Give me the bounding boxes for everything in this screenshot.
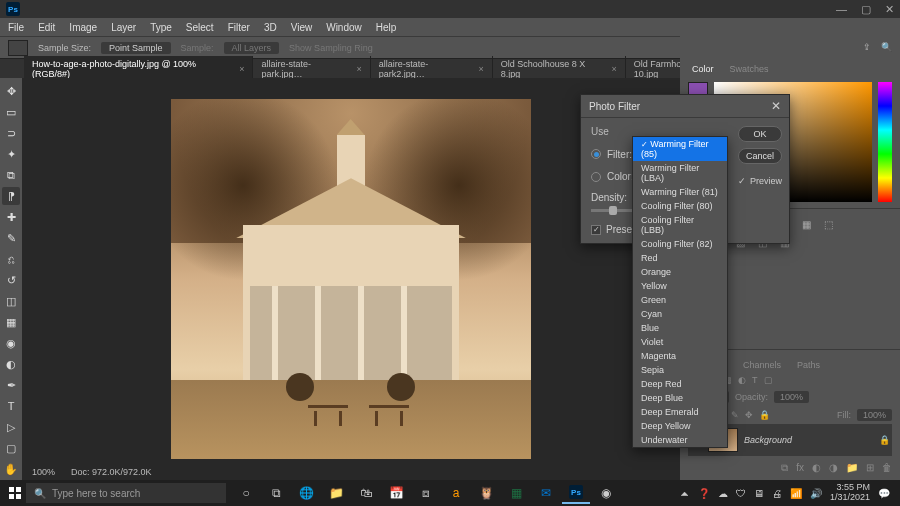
menu-3d[interactable]: 3D (264, 22, 277, 33)
sample-size-dropdown[interactable]: Point Sample (101, 42, 171, 54)
menu-filter[interactable]: Filter (228, 22, 250, 33)
tray-icon[interactable]: ☁ (718, 488, 728, 499)
color-tab[interactable]: Color (688, 62, 718, 76)
tool-preset-icon[interactable] (8, 40, 28, 56)
history-brush-icon[interactable]: ↺ (2, 271, 20, 289)
blur-tool-icon[interactable]: ◉ (2, 334, 20, 352)
tray-volume-icon[interactable]: 🔊 (810, 488, 822, 499)
dropbox-icon[interactable]: ⧈ (412, 482, 440, 504)
notifications-icon[interactable]: 💬 (878, 488, 890, 499)
taskbar-clock[interactable]: 3:55 PM 1/31/2021 (830, 483, 870, 503)
wand-tool-icon[interactable]: ✦ (2, 145, 20, 163)
filter-radio[interactable] (591, 149, 601, 159)
tray-wifi-icon[interactable]: 📶 (790, 488, 802, 499)
lasso-tool-icon[interactable]: ⊃ (2, 124, 20, 142)
photoshop-taskbar-icon[interactable]: Ps (562, 482, 590, 504)
move-tool-icon[interactable]: ✥ (2, 82, 20, 100)
filter-option[interactable]: Cooling Filter (82) (633, 237, 727, 251)
cortana-icon[interactable]: ○ (232, 482, 260, 504)
zoom-level[interactable]: 100% (32, 467, 55, 477)
eyedropper-tool-icon[interactable]: ⁋ (2, 187, 20, 205)
hand-tool-icon[interactable]: ✋ (2, 460, 20, 478)
tab-close-icon[interactable]: × (239, 64, 244, 74)
tray-icon[interactable]: 🛡 (736, 488, 746, 499)
menu-window[interactable]: Window (326, 22, 362, 33)
fill-value[interactable]: 100% (857, 409, 892, 421)
menu-view[interactable]: View (291, 22, 313, 33)
menu-image[interactable]: Image (69, 22, 97, 33)
link-icon[interactable]: ⧉ (781, 462, 788, 474)
start-button[interactable] (4, 482, 26, 504)
gradient-tool-icon[interactable]: ▦ (2, 313, 20, 331)
taskview-icon[interactable]: ⧉ (262, 482, 290, 504)
cancel-button[interactable]: Cancel (738, 148, 782, 164)
tray-icon[interactable]: ⏶ (680, 488, 690, 499)
taskbar-search[interactable]: 🔍 Type here to search (26, 483, 226, 503)
ok-button[interactable]: OK (738, 126, 782, 142)
explorer-icon[interactable]: 📁 (322, 482, 350, 504)
minimize-button[interactable]: — (836, 3, 847, 16)
tray-icon[interactable]: 🖨 (772, 488, 782, 499)
filter-option[interactable]: Deep Blue (633, 391, 727, 405)
eraser-tool-icon[interactable]: ◫ (2, 292, 20, 310)
crop-tool-icon[interactable]: ⧉ (2, 166, 20, 184)
paths-tab[interactable]: Paths (793, 358, 824, 372)
filter-option[interactable]: Magenta (633, 349, 727, 363)
heal-tool-icon[interactable]: ✚ (2, 208, 20, 226)
color-radio[interactable] (591, 172, 601, 182)
filter-icon[interactable]: ◐ (738, 375, 746, 385)
menu-edit[interactable]: Edit (38, 22, 55, 33)
mask-icon[interactable]: ◐ (812, 462, 821, 474)
filter-option[interactable]: Yellow (633, 279, 727, 293)
filter-option[interactable]: Underwater (633, 433, 727, 447)
lock-icon[interactable]: ✥ (745, 410, 753, 420)
filter-option[interactable]: Cooling Filter (80) (633, 199, 727, 213)
search-icon[interactable]: 🔍 (881, 42, 892, 52)
swatches-tab[interactable]: Swatches (726, 62, 773, 76)
filter-option[interactable]: Cyan (633, 307, 727, 321)
opacity-value[interactable]: 100% (774, 391, 809, 403)
adjust-icon[interactable]: ▦ (798, 217, 814, 231)
filter-option[interactable]: Orange (633, 265, 727, 279)
pen-tool-icon[interactable]: ✒ (2, 376, 20, 394)
excel-icon[interactable]: ▦ (502, 482, 530, 504)
mail-icon[interactable]: ✉ (532, 482, 560, 504)
filter-option[interactable]: Warming Filter (85) (633, 137, 727, 161)
menu-select[interactable]: Select (186, 22, 214, 33)
group-icon[interactable]: 📁 (846, 462, 858, 474)
menu-type[interactable]: Type (150, 22, 172, 33)
path-tool-icon[interactable]: ▷ (2, 418, 20, 436)
menu-file[interactable]: File (8, 22, 24, 33)
filter-option[interactable]: Blue (633, 321, 727, 335)
chrome-icon[interactable]: ◉ (592, 482, 620, 504)
filter-option[interactable]: Red (633, 251, 727, 265)
filter-option[interactable]: Warming Filter (LBA) (633, 161, 727, 185)
preview-checkbox[interactable]: ✓ (738, 176, 746, 186)
marquee-tool-icon[interactable]: ▭ (2, 103, 20, 121)
filter-icon[interactable]: T (752, 375, 758, 385)
tripadvisor-icon[interactable]: 🦉 (472, 482, 500, 504)
delete-icon[interactable]: 🗑 (882, 462, 892, 474)
filter-option[interactable]: Deep Yellow (633, 419, 727, 433)
filter-option[interactable]: Cooling Filter (LBB) (633, 213, 727, 237)
dodge-tool-icon[interactable]: ◐ (2, 355, 20, 373)
store-icon[interactable]: 🛍 (352, 482, 380, 504)
maximize-button[interactable]: ▢ (861, 3, 871, 16)
preserve-luminosity-checkbox[interactable]: ✓ (591, 225, 601, 235)
calendar-icon[interactable]: 📅 (382, 482, 410, 504)
lock-icon[interactable]: ✎ (731, 410, 739, 420)
menu-layer[interactable]: Layer (111, 22, 136, 33)
filter-option[interactable]: Deep Emerald (633, 405, 727, 419)
filter-option[interactable]: Violet (633, 335, 727, 349)
edge-icon[interactable]: 🌐 (292, 482, 320, 504)
tray-icon[interactable]: ❓ (698, 488, 710, 499)
dialog-close-icon[interactable]: ✕ (771, 99, 781, 113)
close-button[interactable]: ✕ (885, 3, 894, 16)
fx-icon[interactable]: fx (796, 462, 804, 474)
type-tool-icon[interactable]: T (2, 397, 20, 415)
filter-option[interactable]: Warming Filter (81) (633, 185, 727, 199)
tab-close-icon[interactable]: × (356, 64, 361, 74)
share-icon[interactable]: ⇪ (863, 42, 871, 52)
tray-icon[interactable]: 🖥 (754, 488, 764, 499)
tab-close-icon[interactable]: × (612, 64, 617, 74)
